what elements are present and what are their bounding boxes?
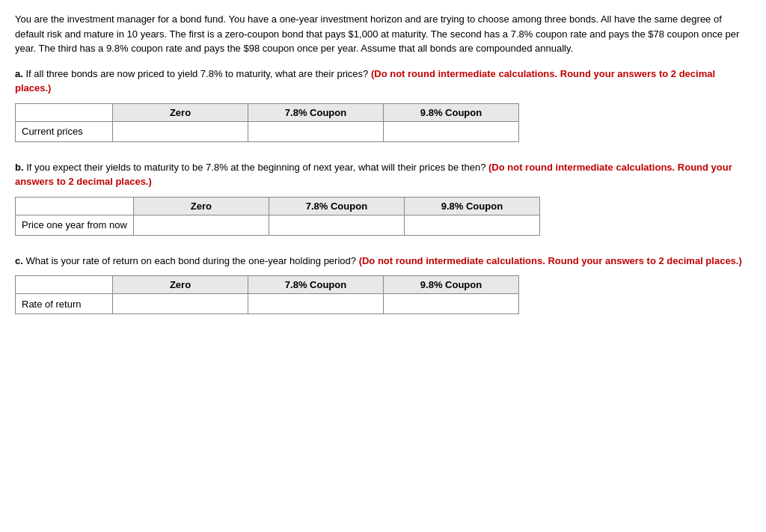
price-year-label: Price one year from now (16, 215, 134, 235)
section-c-label: c. What is your rate of return on each b… (15, 254, 751, 269)
rate-return-98-cell (384, 294, 519, 314)
price-year-zero-cell (133, 215, 269, 235)
section-a-table: Zero 7.8% Coupon 9.8% Coupon Current pri… (15, 103, 519, 142)
section-c-prefix: c. (15, 255, 23, 266)
rate-return-label: Rate of return (16, 294, 113, 314)
table-row: Price one year from now (16, 215, 540, 235)
section-b-col-zero: Zero (133, 197, 269, 215)
price-year-98-input[interactable] (405, 215, 539, 235)
section-c-col-98: 9.8% Coupon (384, 276, 519, 294)
section-b-label: b. If you expect their yields to maturit… (15, 160, 751, 189)
section-c-col-zero: Zero (113, 276, 248, 294)
section-a-label: a. If all three bonds are now priced to … (15, 67, 751, 96)
section-a-col-98: 9.8% Coupon (384, 103, 519, 121)
section-b-col-78: 7.8% Coupon (269, 197, 404, 215)
section-b-text: If you expect their yields to maturity t… (24, 162, 486, 173)
current-prices-98-cell (384, 121, 519, 141)
current-prices-78-input[interactable] (248, 122, 383, 141)
section-a-prefix: a. (15, 68, 23, 79)
table-row: Current prices (16, 121, 519, 141)
section-c-table: Zero 7.8% Coupon 9.8% Coupon Rate of ret… (15, 275, 519, 314)
section-b-prefix: b. (15, 162, 24, 173)
price-year-zero-input[interactable] (134, 215, 269, 235)
section-c-col-78: 7.8% Coupon (248, 276, 384, 294)
section-b-table: Zero 7.8% Coupon 9.8% Coupon Price one y… (15, 197, 540, 236)
section-c-highlight: (Do not round intermediate calculations.… (356, 255, 742, 266)
current-prices-zero-cell (113, 121, 248, 141)
rate-return-zero-cell (113, 294, 248, 314)
price-year-98-cell (404, 215, 539, 235)
section-a: a. If all three bonds are now priced to … (15, 67, 751, 142)
section-a-col-zero: Zero (113, 103, 248, 121)
section-b: b. If you expect their yields to maturit… (15, 160, 751, 236)
table-row: Rate of return (16, 294, 519, 314)
intro-text: You are the investment manager for a bon… (15, 12, 751, 56)
price-year-78-input[interactable] (269, 215, 404, 235)
section-c: c. What is your rate of return on each b… (15, 254, 751, 315)
rate-return-78-input[interactable] (248, 294, 383, 314)
section-a-col-78: 7.8% Coupon (248, 103, 384, 121)
current-prices-78-cell (248, 121, 384, 141)
price-year-78-cell (269, 215, 404, 235)
current-prices-label: Current prices (16, 121, 113, 141)
rate-return-78-cell (248, 294, 384, 314)
section-c-text: What is your rate of return on each bond… (23, 255, 356, 266)
rate-return-zero-input[interactable] (113, 294, 248, 314)
section-a-text: If all three bonds are now priced to yie… (23, 68, 369, 79)
current-prices-zero-input[interactable] (113, 122, 248, 141)
section-a-empty-header (16, 103, 113, 121)
section-b-col-98: 9.8% Coupon (404, 197, 539, 215)
rate-return-98-input[interactable] (384, 294, 518, 314)
section-c-empty-header (16, 276, 113, 294)
current-prices-98-input[interactable] (384, 122, 518, 141)
section-b-empty-header (16, 197, 134, 215)
